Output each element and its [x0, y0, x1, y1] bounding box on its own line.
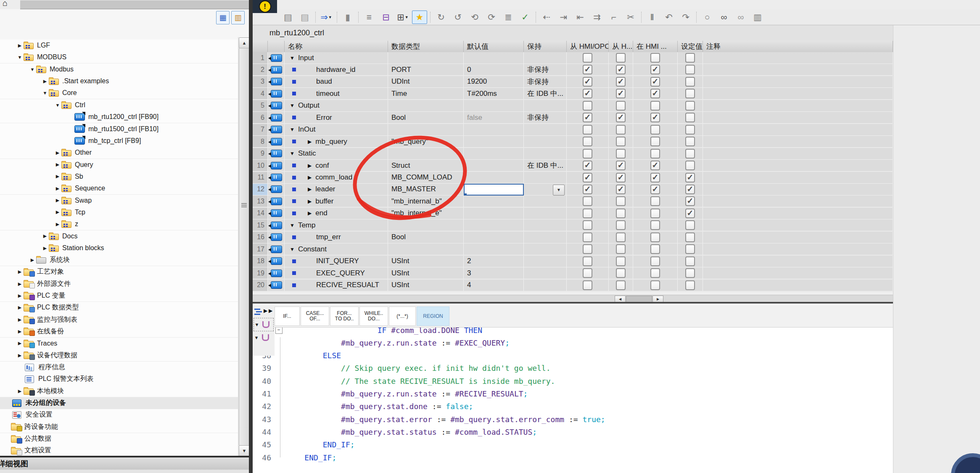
row-number[interactable]: 1 [253, 52, 268, 64]
setpoint-checkbox[interactable] [685, 256, 695, 266]
table-row[interactable]: 7▼InOut [253, 124, 893, 136]
retain-cell[interactable] [524, 148, 567, 160]
structure-icon[interactable]: ≡ [362, 11, 377, 24]
from-hmi-checkbox[interactable] [616, 280, 626, 290]
sidebar-item--[interactable]: ▶在线备份 [0, 325, 238, 338]
table-view-icon[interactable]: ▦ [216, 11, 230, 24]
row-number[interactable]: 4 [253, 88, 268, 100]
datatype-cell[interactable] [388, 124, 464, 136]
glasses-off-icon[interactable]: ∞ [733, 11, 748, 24]
hmi-opc-checkbox[interactable] [583, 244, 592, 254]
from-hmi-checkbox[interactable] [616, 233, 626, 242]
retain-cell[interactable] [524, 124, 567, 136]
name-cell[interactable]: ▶mb_query [285, 136, 388, 148]
table-row[interactable]: 9▼Static [253, 148, 893, 160]
datatype-cell[interactable]: MB_MASTER [388, 184, 464, 196]
sidebar-item--[interactable]: ▶本地模块 [0, 385, 238, 397]
hmi-opc-checkbox[interactable] [583, 256, 592, 266]
setpoint-checkbox[interactable] [685, 173, 695, 182]
tree-expand-icon[interactable]: ▶ [16, 329, 24, 334]
name-cell[interactable]: ▶comm_load [285, 172, 388, 184]
scl-code-editor[interactable]: 36− IF #comm_load.DONE THEN37 #mb_query.… [253, 324, 893, 473]
table-row[interactable]: 19EXEC_QUERYUSInt3 [253, 267, 893, 279]
retain-cell[interactable] [524, 136, 567, 148]
default-value-cell[interactable] [464, 219, 524, 231]
from-hmi-checkbox[interactable] [616, 149, 626, 159]
hmi-opc-checkbox[interactable] [583, 209, 592, 218]
snippet-button-for[interactable]: FOR...TO DO.. [330, 307, 359, 326]
hmi-opc-checkbox[interactable] [583, 113, 592, 122]
hmi-opc-checkbox[interactable] [583, 149, 592, 159]
sidebar-item--[interactable]: ▶系统块 [0, 254, 238, 266]
monitor-refresh-icon[interactable]: ↻ [433, 11, 449, 24]
retain-cell[interactable]: 非保持 [524, 112, 567, 124]
default-value-cell[interactable] [464, 124, 524, 136]
column-header[interactable]: 名称 [285, 41, 388, 52]
scroll-down-button[interactable]: ▼ [239, 445, 250, 456]
retain-cell[interactable] [524, 100, 567, 112]
table-row[interactable]: 6ErrorBoolfalse非保持 [253, 112, 893, 124]
datatype-cell[interactable]: Struct [388, 160, 464, 172]
table-row[interactable]: 20RECIVE_RESUALTUSInt4 [253, 280, 893, 291]
table-row[interactable]: 8▶mb_query"mb_query" [253, 136, 893, 148]
redo-icon[interactable]: ↷ [678, 11, 693, 24]
sidebar-item--[interactable]: 公共数据 [0, 433, 238, 445]
comment-cell[interactable] [703, 100, 893, 112]
sidebar-item-modbus[interactable]: ▼Modbus [0, 63, 238, 76]
datatype-cell[interactable] [388, 100, 464, 112]
table-row[interactable]: 16tmp_errBool [253, 232, 893, 243]
code-line[interactable]: 37 #mb_query.z.run.state := #EXEC_QUERY; [253, 336, 893, 349]
verify-icon[interactable]: ✓ [518, 11, 533, 24]
from-hmi-checkbox[interactable] [616, 161, 626, 170]
code-line[interactable]: 44 #mb_query.stat.status := #comm_load.S… [253, 425, 893, 438]
row-number[interactable]: 16 [253, 232, 268, 243]
setpoint-checkbox[interactable] [685, 268, 695, 278]
unlink-icon[interactable]: ✂ [623, 11, 638, 24]
hmi-opc-checkbox[interactable] [583, 220, 592, 230]
row-number[interactable]: 13 [253, 196, 268, 207]
table-row[interactable]: 17▼Constant [253, 243, 893, 255]
comment-cell[interactable] [703, 232, 893, 243]
tree-collapse-icon[interactable]: ▼ [16, 55, 24, 60]
comment-cell[interactable] [703, 124, 893, 136]
monitor-stop-icon[interactable]: ↺ [450, 11, 465, 24]
name-cell[interactable]: ▶conf [285, 160, 388, 172]
table-row[interactable]: 12▶leaderMB_MASTER▼ [253, 184, 893, 196]
comment-cell[interactable] [703, 64, 893, 76]
in-hmi-checkbox[interactable] [650, 209, 660, 218]
tree-expand-icon[interactable]: ▶ [54, 186, 61, 191]
name-cell[interactable]: RECIVE_RESUALT [285, 280, 388, 291]
section-collapse-icon[interactable]: ▼ [290, 246, 295, 252]
in-hmi-checkbox[interactable] [650, 101, 660, 111]
in-hmi-checkbox[interactable] [650, 149, 660, 159]
tree-expand-icon[interactable]: ▶ [54, 198, 61, 203]
expand-icon[interactable]: ▶ [308, 186, 312, 192]
sidebar-item-mb_rtu1500_ctrl-fb10-[interactable]: mb_rtu1500_ctrl [FB10] [0, 123, 238, 135]
hmi-opc-checkbox[interactable] [583, 101, 592, 111]
sidebar-item-sb[interactable]: ▶Sb [0, 171, 238, 183]
in-hmi-checkbox[interactable] [650, 196, 660, 206]
hmi-opc-checkbox[interactable] [583, 268, 592, 278]
tree-expand-icon[interactable]: ▶ [41, 233, 49, 239]
from-hmi-checkbox[interactable] [616, 196, 626, 206]
from-hmi-checkbox[interactable] [616, 268, 626, 278]
setpoint-checkbox[interactable] [685, 196, 695, 206]
retain-cell[interactable] [524, 280, 567, 291]
column-header[interactable]: 数据类型 [388, 41, 464, 52]
setpoint-checkbox[interactable] [685, 137, 695, 146]
insert-row-icon[interactable]: ▤ [280, 11, 296, 24]
table-row[interactable]: 15▼Temp [253, 219, 893, 231]
section-collapse-icon[interactable]: ▼ [290, 222, 295, 228]
sync-rows-icon[interactable]: ⇉ [589, 11, 605, 24]
tree-expand-icon[interactable]: ▶ [16, 353, 24, 358]
in-hmi-checkbox[interactable] [650, 173, 660, 182]
tree-expand-icon[interactable]: ▶ [16, 317, 24, 322]
sidebar-item--start-examples[interactable]: ▶.Start examples [0, 75, 238, 87]
keep-values-icon[interactable]: ▮ [340, 11, 355, 24]
name-cell[interactable]: ▶end [285, 208, 388, 219]
datatype-cell[interactable] [388, 243, 464, 255]
datatype-cell[interactable]: MB_COMM_LOAD [388, 172, 464, 184]
section-collapse-icon[interactable]: ▼ [290, 127, 295, 132]
indent-right-icon[interactable]: ⇥ [556, 11, 571, 24]
hscroll-right-button[interactable]: ▶ [652, 296, 663, 302]
